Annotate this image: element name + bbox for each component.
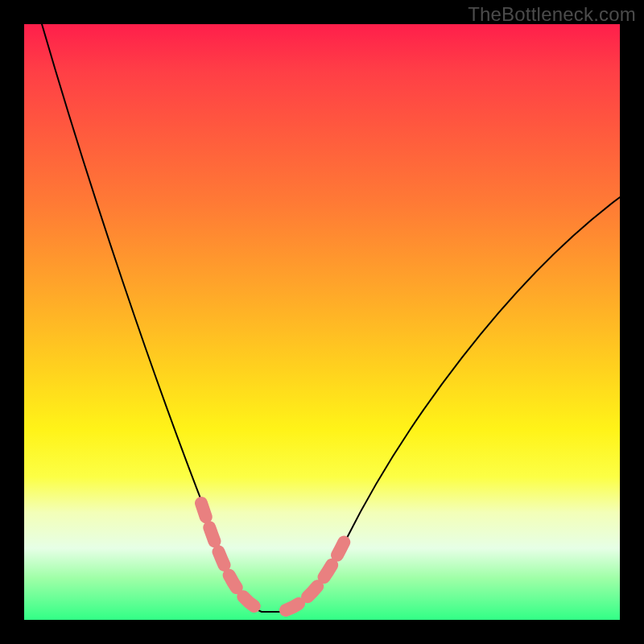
- stage: TheBottleneck.com: [0, 0, 644, 644]
- gradient-plot-area: [24, 24, 620, 620]
- curve-svg: [24, 24, 620, 620]
- bottleneck-curve: [42, 24, 620, 612]
- watermark-text: TheBottleneck.com: [468, 3, 636, 26]
- valley-beads-left: [201, 503, 262, 610]
- valley-beads-right: [286, 541, 345, 610]
